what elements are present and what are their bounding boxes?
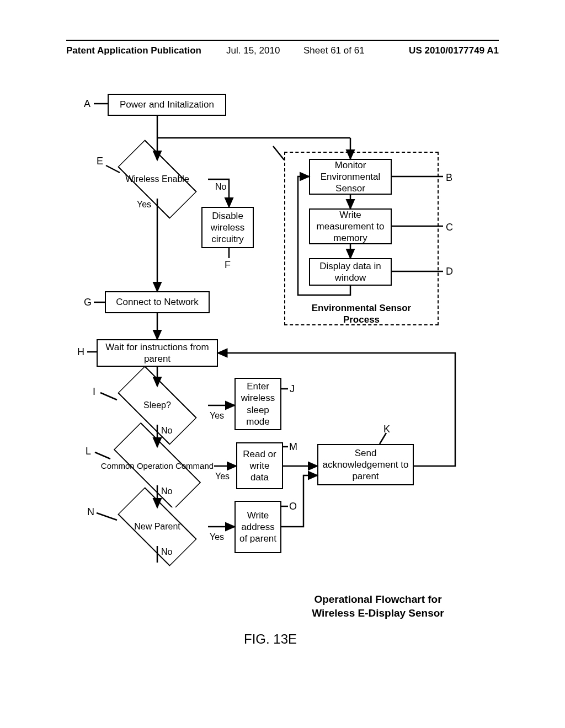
ref-l: L [86,446,91,457]
svg-line-14 [273,146,284,160]
node-monitor-env: Monitor Environmental Sensor [309,159,392,195]
node-common-op: Common Operation Command [97,447,218,485]
edge-n-no: No [161,547,172,557]
edge-e-no: No [215,182,226,192]
ref-m: M [289,441,297,453]
ref-i: I [93,386,95,398]
ref-h: H [77,346,84,358]
node-connect-network: Connect to Network [105,291,210,313]
node-new-parent: New Parent [105,507,210,546]
caption: Operational Flowchart forWireless E-Disp… [301,593,455,620]
ref-e: E [97,156,103,167]
ref-j: J [290,383,295,395]
node-wireless-enable: Wireless Enable [105,160,210,199]
ref-b: B [446,172,452,184]
ref-f: F [225,259,231,271]
node-write-address: Write address of parent [234,501,281,553]
node-wireless-enable-label: Wireless Enable [105,160,210,199]
page: Patent Application Publication Jul. 15, … [0,0,565,728]
node-sleep-label: Sleep? [105,386,210,425]
edge-l-yes: Yes [215,472,230,481]
node-sleep-mode: Enter wireless sleep mode [234,378,281,430]
node-disable-wireless: Disable wireless circuitry [201,207,254,248]
ref-g: G [84,297,92,308]
header-rule [66,40,499,41]
group-env-sensor-title: Environmental Sensor Process [309,302,414,326]
ref-a: A [84,98,90,110]
node-power-init: Power and Initalization [108,94,226,116]
ref-c: C [446,222,453,233]
header-appnum: US 2010/0177749 A1 [409,45,499,56]
node-send-ack: Send acknowledgement to parent [317,444,414,485]
ref-o: O [289,501,297,512]
node-write-memory: Write measurement to memory [309,208,392,244]
ref-n: N [87,506,94,518]
edge-i-yes: Yes [210,411,224,421]
node-sleep: Sleep? [105,386,210,425]
header-sheet: Sheet 61 of 61 [303,45,365,56]
header-date: Jul. 15, 2010 [226,45,280,56]
node-new-parent-label: New Parent [105,507,210,546]
node-display-data: Display data in window [309,258,392,286]
edge-l-no: No [161,486,172,496]
ref-k: K [383,424,390,435]
figure-label: FIG. 13E [215,631,326,647]
node-read-write: Read or write data [236,442,283,489]
edge-i-no: No [161,426,172,436]
edge-n-yes: Yes [210,532,224,542]
header-publication: Patent Application Publication [66,45,201,56]
flowchart-diagram: Power and Initalization A Wireless Enabl… [66,88,486,640]
node-wait-instructions: Wait for instructions from parent [97,339,218,367]
node-common-op-label: Common Operation Command [97,447,218,485]
ref-d: D [446,266,453,277]
edge-e-yes: Yes [137,200,151,210]
